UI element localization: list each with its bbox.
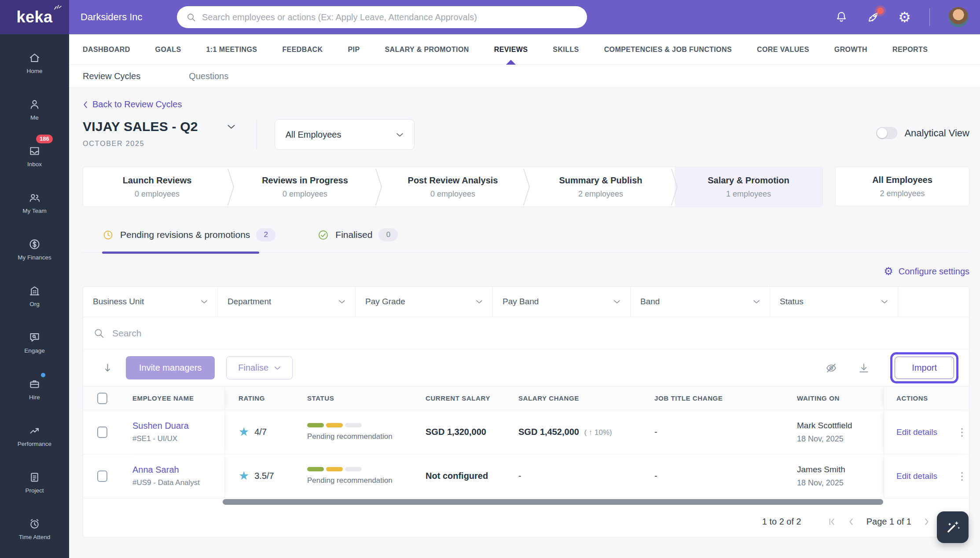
status-label: Pending recommendation xyxy=(307,476,421,485)
tab-finalised[interactable]: Finalised 0 xyxy=(317,228,398,241)
tab-reviews[interactable]: REVIEWS xyxy=(494,34,528,65)
stage-summary-publish[interactable]: Summary & Publish 2 employees xyxy=(527,167,675,207)
table-search-input[interactable] xyxy=(112,328,958,339)
settings-gear-icon[interactable]: ⚙ xyxy=(898,10,911,24)
kebab-menu-icon[interactable]: ⋮ xyxy=(957,470,967,482)
active-tab-underline xyxy=(102,252,259,254)
employee-name-link[interactable]: Anna Sarah xyxy=(132,465,179,475)
tab-dashboard[interactable]: DASHBOARD xyxy=(83,34,130,65)
sidebar-item-hire[interactable]: Hire xyxy=(0,366,69,412)
download-icon[interactable] xyxy=(858,362,870,374)
page-title: VIJAY SALES - Q2 xyxy=(83,119,198,134)
chevron-down-icon xyxy=(274,366,281,370)
filter-department[interactable]: Department xyxy=(218,287,356,317)
finalise-button[interactable]: Finalise xyxy=(226,356,293,379)
sidebar-item-home[interactable]: Home xyxy=(0,40,69,86)
first-page-button[interactable] xyxy=(829,518,835,525)
table-toolbar: Invite managers Finalise Import xyxy=(83,349,969,386)
stage-post-review-analysis[interactable]: Post Review Analysis 0 employees xyxy=(379,167,527,207)
chevron-down-icon xyxy=(201,299,208,304)
sidebar-item-my-team[interactable]: My Team xyxy=(0,179,69,226)
tab-pip[interactable]: PIP xyxy=(348,34,360,65)
review-stage-stepper: Launch Reviews 0 employees Reviews in Pr… xyxy=(83,167,969,207)
sidebar-item-my-finances[interactable]: My Finances xyxy=(0,226,69,273)
stage-reviews-in-progress[interactable]: Reviews in Progress 0 employees xyxy=(231,167,379,207)
stage-launch-reviews[interactable]: Launch Reviews 0 employees xyxy=(83,167,231,207)
actions-cell: Edit details ⋮ xyxy=(884,410,969,454)
employee-name-link[interactable]: Sushen Duara xyxy=(132,421,189,431)
sidebar-item-project[interactable]: Project xyxy=(0,459,69,506)
chat-search-icon xyxy=(28,331,41,344)
chevron-down-icon xyxy=(613,299,620,304)
configure-settings-button[interactable]: ⚙ Configure settings xyxy=(83,266,969,277)
global-search-bar[interactable] xyxy=(177,6,587,28)
logo-burst-icon xyxy=(53,3,62,10)
team-icon xyxy=(28,191,41,204)
filter-business-unit[interactable]: Business Unit xyxy=(83,287,218,317)
ai-assistant-fab[interactable] xyxy=(937,511,969,543)
status-progress-pills xyxy=(307,423,421,427)
tab-core-values[interactable]: CORE VALUES xyxy=(757,34,809,65)
back-link[interactable]: Back to Review Cycles xyxy=(83,99,182,109)
row-checkbox[interactable] xyxy=(97,427,107,438)
invite-managers-button[interactable]: Invite managers xyxy=(126,356,215,379)
filter-pay-grade[interactable]: Pay Grade xyxy=(356,287,493,317)
notification-dot xyxy=(877,7,884,14)
row-checkbox[interactable] xyxy=(97,470,107,482)
kebab-menu-icon[interactable]: ⋮ xyxy=(957,426,967,438)
table-search-bar[interactable] xyxy=(83,317,969,349)
tab-goals[interactable]: GOALS xyxy=(155,34,181,65)
filter-bar: Business Unit Department Pay Grade Pay B… xyxy=(83,287,969,317)
subtab-questions[interactable]: Questions xyxy=(189,71,228,81)
analytical-view-toggle[interactable] xyxy=(876,127,897,139)
tab-1-1-meetings[interactable]: 1:1 MEETINGS xyxy=(206,34,257,65)
stage-salary-promotion[interactable]: Salary & Promotion 1 employees xyxy=(675,167,822,207)
active-tab-indicator xyxy=(506,60,516,65)
current-salary-cell: SGD 1,320,000 xyxy=(421,427,515,437)
job-title-change-cell: - xyxy=(652,427,788,437)
edit-details-link[interactable]: Edit details xyxy=(896,471,937,481)
cycle-dropdown-chevron[interactable] xyxy=(227,124,235,129)
hide-columns-icon[interactable] xyxy=(825,362,837,374)
bell-icon[interactable] xyxy=(835,11,848,24)
whats-new-button[interactable] xyxy=(866,11,880,24)
job-title-change-cell: - xyxy=(652,471,788,481)
tab-reports[interactable]: REPORTS xyxy=(892,34,928,65)
global-search-input[interactable] xyxy=(202,12,577,22)
filter-band[interactable]: Band xyxy=(631,287,770,317)
tab-feedback[interactable]: FEEDBACK xyxy=(282,34,323,65)
scrollbar-thumb[interactable] xyxy=(223,499,883,505)
import-button[interactable]: Import xyxy=(895,357,954,379)
logo-block[interactable]: keka xyxy=(0,0,69,34)
next-page-button[interactable] xyxy=(924,518,930,525)
edit-details-link[interactable]: Edit details xyxy=(896,427,937,437)
sidebar-item-label: Engage xyxy=(24,347,45,354)
chevron-down-icon xyxy=(753,299,760,304)
building-icon xyxy=(28,284,41,297)
subtab-review-cycles[interactable]: Review Cycles xyxy=(83,71,140,81)
filter-pay-band[interactable]: Pay Band xyxy=(493,287,631,317)
tab-skills[interactable]: SKILLS xyxy=(553,34,579,65)
sidebar-item-inbox[interactable]: 186 Inbox xyxy=(0,133,69,179)
tab-pending-revisions[interactable]: Pending revisions & promotions 2 xyxy=(102,228,275,241)
sidebar-item-me[interactable]: Me xyxy=(0,86,69,133)
pending-count-badge: 2 xyxy=(256,228,275,241)
sort-icon[interactable] xyxy=(102,362,114,374)
sidebar-item-performance[interactable]: Performance xyxy=(0,412,69,459)
employee-filter-select[interactable]: All Employees xyxy=(275,119,415,150)
user-avatar[interactable] xyxy=(948,7,969,27)
stage-all-employees[interactable]: All Employees 2 employees xyxy=(835,167,969,206)
prev-page-button[interactable] xyxy=(848,518,854,525)
select-all-checkbox[interactable] xyxy=(97,393,107,404)
tab-competencies[interactable]: COMPETENCIES & JOB FUNCTIONS xyxy=(604,34,732,65)
tab-salary-promotion[interactable]: SALARY & PROMOTION xyxy=(385,34,469,65)
col-current-salary: CURRENT SALARY xyxy=(421,394,515,402)
sidebar-item-time-attend[interactable]: Time Attend xyxy=(0,506,69,552)
tab-growth[interactable]: GROWTH xyxy=(834,34,867,65)
cycle-period: OCTOBER 2025 xyxy=(83,140,235,148)
filter-status[interactable]: Status xyxy=(770,287,898,317)
col-salary-change: SALARY CHANGE xyxy=(515,394,652,402)
sidebar-item-org[interactable]: Org xyxy=(0,273,69,319)
sidebar-item-engage[interactable]: Engage xyxy=(0,319,69,366)
title-divider xyxy=(257,120,257,149)
